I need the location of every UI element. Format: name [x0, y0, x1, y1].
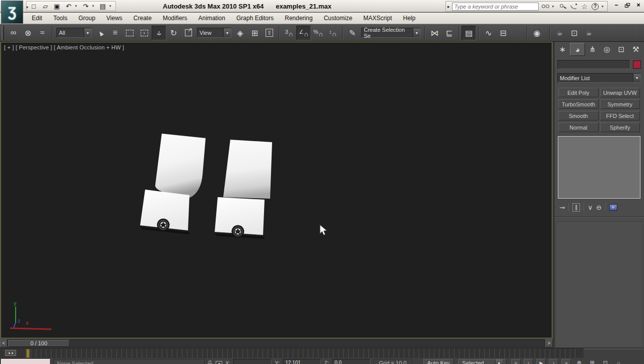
previous-frame-button[interactable]: < [0, 339, 8, 347]
next-key-button[interactable]: › [549, 359, 558, 364]
modifier-list-dropdown[interactable]: Modifier List ▾ [557, 73, 641, 83]
schematic-view-button[interactable]: ⊟ [496, 26, 510, 40]
select-and-move-button[interactable]: ↔↕ [152, 26, 166, 40]
pin-stack-button[interactable]: ⊸ [559, 204, 565, 211]
favorites-button[interactable]: ☆ [581, 2, 589, 11]
unlink-selection-button[interactable]: ⊗ [21, 26, 35, 40]
help-dropdown-icon[interactable]: ▾ [602, 5, 606, 9]
select-by-name-button[interactable]: ≡ [108, 26, 122, 40]
zoom-button[interactable]: ⊕ [574, 359, 584, 364]
application-menu-button[interactable]: Ʒ ▾ [1, 1, 23, 24]
close-button[interactable]: × [635, 2, 642, 9]
render-production-button[interactable]: ☕ [582, 26, 596, 40]
auto-key-button[interactable]: Auto Key [423, 359, 454, 364]
undo-dropdown-icon[interactable]: ▾ [75, 4, 79, 8]
reference-coordinate-dropdown[interactable]: View ▾ [197, 28, 231, 38]
maxscript-mini-listener[interactable] [1, 359, 50, 364]
x-coord-field[interactable] [233, 359, 272, 364]
perspective-viewport[interactable]: [ + ] [ Perspective ] [ Ambient Occlusio… [1, 42, 552, 338]
modifier-button-normal[interactable]: Normal [558, 123, 599, 132]
zoom-extents-button[interactable]: ⊡ [600, 359, 610, 364]
y-coord-field[interactable]: 12.101 [283, 359, 321, 364]
redo-dropdown-icon[interactable]: ▾ [92, 4, 96, 8]
menu-animation[interactable]: Animation [193, 13, 231, 24]
tab-hierarchy[interactable]: ⋔ [585, 43, 600, 56]
track-bar-frame-marker[interactable] [26, 349, 30, 358]
select-and-link-button[interactable]: ∞ [6, 26, 21, 40]
next-frame-button[interactable]: > [545, 339, 553, 347]
minimize-button[interactable]: − [613, 2, 620, 9]
new-file-button[interactable]: □ [29, 2, 39, 11]
zoom-all-button[interactable]: ⊞ [587, 359, 597, 364]
curve-editor-button[interactable]: ∿ [481, 26, 496, 40]
modifier-button-smooth[interactable]: Smooth [558, 111, 599, 120]
open-file-button[interactable]: ▱ [40, 2, 50, 11]
menu-customize[interactable]: Customize [318, 13, 358, 24]
dropdown-arrow-icon[interactable]: ▾ [495, 359, 502, 364]
menu-graph-editors[interactable]: Graph Editors [231, 13, 279, 24]
select-and-scale-button[interactable]: ↗ [181, 26, 196, 40]
named-selection-set-dropdown[interactable]: Create Selection Se ▾ [361, 28, 421, 38]
menu-rendering[interactable]: Rendering [279, 13, 318, 24]
manage-scene-button[interactable]: ▤ [98, 2, 108, 11]
restore-button[interactable] [624, 2, 631, 9]
previous-key-button[interactable]: ‹ [524, 359, 533, 364]
infocenter-collapse-icon[interactable]: ▸ [447, 4, 450, 9]
modifier-button-edit-poly[interactable]: Edit Poly [558, 88, 599, 97]
dropdown-arrow-icon[interactable]: ▾ [633, 74, 640, 82]
modifier-button-spherify[interactable]: Spherify [600, 123, 640, 132]
object-name-field[interactable] [557, 60, 630, 69]
menu-maxscript[interactable]: MAXScript [358, 13, 398, 24]
select-object-button[interactable]: ▲ [93, 26, 108, 40]
tab-motion[interactable]: ◎ [600, 43, 614, 56]
time-slider-handle[interactable]: 0 / 100 [8, 340, 70, 347]
go-to-end-button[interactable]: » [561, 359, 571, 364]
tab-utilities[interactable]: ⚒ [628, 43, 643, 56]
percent-snap-toggle-button[interactable]: %∩ [311, 26, 326, 40]
menu-modifiers[interactable]: Modifiers [157, 13, 193, 24]
mirror-button[interactable]: ⋈ [427, 26, 442, 40]
window-crossing-toggle-button[interactable]: ▪ [137, 26, 152, 40]
select-and-manipulate-button[interactable]: ⊞ [247, 26, 262, 40]
selection-filter-dropdown[interactable]: All ▾ [56, 28, 92, 38]
angle-snap-toggle-button[interactable]: ∠∩ [296, 26, 311, 40]
modifier-button-ffd-select[interactable]: FFD Select [600, 111, 640, 120]
help-button[interactable]: ? [591, 2, 600, 11]
menu-views[interactable]: Views [101, 13, 128, 24]
menu-create[interactable]: Create [128, 13, 157, 24]
tab-modify[interactable]: ◕ [570, 43, 586, 56]
search-input[interactable] [452, 3, 539, 11]
undo-button[interactable]: ↶ [63, 2, 74, 11]
redo-button[interactable]: ↷ [81, 2, 91, 11]
communication-center-button[interactable] [569, 2, 578, 11]
search-button[interactable] [541, 2, 550, 11]
modifier-button-symmetry[interactable]: Symmetry [600, 99, 640, 109]
z-coord-field[interactable]: 0.0 [332, 359, 370, 364]
key-filter-dropdown[interactable]: Selected ▾ [458, 359, 506, 364]
track-bar[interactable] [0, 348, 644, 358]
make-unique-button[interactable]: ∨ [588, 204, 593, 211]
modifier-button-turbosmooth[interactable]: TurboSmooth [558, 99, 599, 109]
spinner-snap-toggle-button[interactable]: ↕∩ [326, 26, 340, 40]
go-to-start-button[interactable]: « [511, 359, 521, 364]
use-pivot-point-center-button[interactable]: ◈ [233, 26, 247, 40]
snap-toggle-3d-button[interactable]: 3∩ [282, 26, 296, 40]
subscription-center-button[interactable] [558, 2, 567, 11]
maximize-viewport-button[interactable]: ⌂ [613, 359, 623, 364]
open-mini-curve-editor-button[interactable] [5, 350, 16, 356]
bind-to-space-warp-button[interactable]: ≈ [35, 26, 50, 40]
menu-edit[interactable]: Edit [26, 13, 48, 24]
object-a[interactable] [140, 134, 206, 234]
rollout-area[interactable] [555, 221, 643, 348]
toolbar-grip[interactable] [2, 26, 4, 40]
keyboard-shortcut-override-button[interactable]: ⇧ [262, 26, 277, 40]
modifier-button-unwrap-uvw[interactable]: Unwrap UVW [600, 88, 640, 97]
rectangular-selection-region-button[interactable] [122, 26, 137, 40]
tab-create[interactable]: ∗ [555, 43, 570, 56]
configure-modifier-sets-button[interactable]: ≡ [609, 204, 617, 211]
modifier-stack-list[interactable] [558, 136, 640, 199]
time-slider-track[interactable]: 0 / 100 [8, 339, 545, 347]
absolute-mode-icon[interactable] [216, 361, 222, 364]
manage-dropdown-icon[interactable]: ▾ [109, 4, 113, 8]
render-setup-button[interactable]: ☕ [552, 26, 567, 40]
